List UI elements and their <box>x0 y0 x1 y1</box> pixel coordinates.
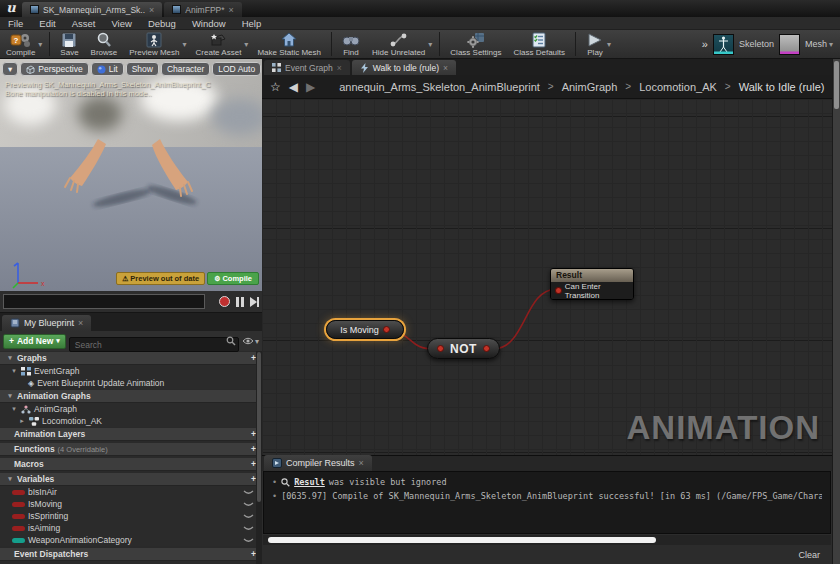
navigate-back-icon[interactable]: ◀ <box>289 80 298 94</box>
search-input[interactable] <box>69 337 239 352</box>
menu-window[interactable]: Window <box>184 17 234 30</box>
preview-viewport[interactable]: x ▾ Perspective Lit Show Character LO <box>0 59 262 291</box>
variables-section-header[interactable]: ▾ Variables + <box>0 473 262 486</box>
hide-unrelated-button[interactable]: Hide Unrelated <box>366 30 431 59</box>
tree-item-update-animation-event[interactable]: ◈ Event Blueprint Update Animation <box>0 377 262 389</box>
panel-grip-handle[interactable] <box>834 61 839 109</box>
tree-item-locomotion-ak[interactable]: ▸ Locomotion_AK <box>0 415 262 427</box>
mesh-thumbnail[interactable] <box>779 34 800 55</box>
close-icon[interactable]: × <box>78 318 83 328</box>
breadcrumb-locomotion[interactable]: Locomotion_AK <box>639 81 717 93</box>
not-node[interactable]: NOT <box>427 338 500 359</box>
class-settings-button[interactable]: Class Settings <box>444 30 507 59</box>
tree-item-eventgraph[interactable]: ▾ EventGraph <box>0 365 262 377</box>
variable-row-weaponanimationcategory[interactable]: WeaponAnimationCategory <box>0 534 262 546</box>
skeleton-thumbnail[interactable] <box>713 34 734 55</box>
scrollbar-thumb[interactable] <box>268 537 656 543</box>
play-dropdown-icon[interactable]: ▾ <box>607 40 614 49</box>
eye-closed-icon[interactable] <box>243 525 254 532</box>
pause-button[interactable] <box>236 297 244 307</box>
viewport-options-button[interactable]: ▾ <box>2 62 18 76</box>
step-forward-button[interactable] <box>250 297 259 307</box>
record-button[interactable] <box>219 296 230 307</box>
timeline-scrub-bar[interactable] <box>3 294 205 309</box>
animation-layers-section-header[interactable]: Animation Layers + <box>0 428 262 441</box>
eye-closed-icon[interactable] <box>243 501 254 508</box>
perspective-button[interactable]: Perspective <box>20 62 88 76</box>
compiler-results-tab[interactable]: Compiler Results × <box>264 455 372 471</box>
not-output-pin[interactable] <box>483 345 490 352</box>
character-menu-button[interactable]: Character <box>161 62 210 76</box>
play-button[interactable]: Play <box>580 30 610 59</box>
add-new-button[interactable]: + Add New ▾ <box>3 334 66 349</box>
can-enter-transition-pin[interactable] <box>555 287 562 294</box>
graph-canvas[interactable]: Result Can Enter Transition Is Moving NO… <box>262 99 832 455</box>
lit-mode-button[interactable]: Lit <box>91 62 124 76</box>
compiler-message-list[interactable]: • Result was visible but ignored • [0635… <box>263 471 831 534</box>
close-icon[interactable]: × <box>149 5 154 15</box>
close-icon[interactable]: × <box>229 5 234 15</box>
is-moving-node[interactable]: Is Moving <box>326 320 404 339</box>
macros-section-header[interactable]: Macros + <box>0 458 262 471</box>
overflow-chevrons-icon[interactable]: » <box>702 38 708 50</box>
graphs-section-header[interactable]: ▾ Graphs + <box>0 352 262 365</box>
event-dispatchers-section-header[interactable]: Event Dispatchers + <box>0 548 262 561</box>
navigate-forward-icon[interactable]: ▶ <box>306 80 315 94</box>
close-icon[interactable]: × <box>443 63 448 73</box>
create-asset-dropdown-icon[interactable]: ▾ <box>244 40 251 49</box>
is-moving-output-pin[interactable] <box>383 326 390 333</box>
compile-dropdown-icon[interactable]: ▾ <box>38 40 45 49</box>
tab-walk-to-idle-rule[interactable]: Walk to Idle (rule) × <box>352 60 456 75</box>
variable-row-isaiming[interactable]: isAiming <box>0 522 262 534</box>
preview-out-of-date-button[interactable]: ⚠ Preview out of date <box>116 272 205 285</box>
bookmark-star-icon[interactable]: ☆ <box>270 80 281 94</box>
menu-help[interactable]: Help <box>234 17 270 30</box>
my-blueprint-tab[interactable]: My Blueprint × <box>2 315 91 331</box>
class-defaults-button[interactable]: Class Defaults <box>507 30 571 59</box>
close-icon[interactable]: × <box>359 458 364 468</box>
breadcrumb-walk-to-idle[interactable]: Walk to Idle (rule) <box>739 81 825 93</box>
clear-button[interactable]: Clear <box>798 550 820 560</box>
variable-row-issprinting[interactable]: IsSprinting <box>0 510 262 522</box>
variable-row-ismoving[interactable]: IsMoving <box>0 498 262 510</box>
eye-closed-icon[interactable] <box>243 537 254 544</box>
result-node-link[interactable]: Result <box>294 475 325 489</box>
compiler-horizontal-scrollbar[interactable] <box>263 535 831 545</box>
preview-mesh-button[interactable]: Preview Mesh <box>123 30 185 59</box>
mesh-shortcut-label[interactable]: Mesh <box>805 39 827 49</box>
mesh-dropdown-icon[interactable]: ▾ <box>829 40 836 49</box>
collapsed-panel-strip[interactable] <box>832 59 840 564</box>
eye-closed-icon[interactable] <box>243 489 254 496</box>
compile-button[interactable]: ? Compile <box>0 30 41 59</box>
menu-debug[interactable]: Debug <box>140 17 184 30</box>
tab-event-graph[interactable]: Event Graph × <box>264 60 350 75</box>
hide-unrelated-dropdown-icon[interactable]: ▾ <box>428 40 435 49</box>
show-menu-button[interactable]: Show <box>126 62 159 76</box>
browse-button[interactable]: Browse <box>85 30 124 59</box>
menu-edit[interactable]: Edit <box>31 17 63 30</box>
viewport-compile-button[interactable]: ⚙ Compile <box>207 272 259 285</box>
tree-item-animgraph[interactable]: ▾ AnimGraph <box>0 403 262 415</box>
create-asset-button[interactable]: Create Asset <box>190 30 248 59</box>
variable-row-bisinair[interactable]: bIsInAir <box>0 486 262 498</box>
result-node[interactable]: Result Can Enter Transition <box>550 268 634 300</box>
find-button[interactable]: Find <box>336 30 366 59</box>
preview-mesh-dropdown-icon[interactable]: ▾ <box>183 40 190 49</box>
animation-graphs-section-header[interactable]: ▾ Animation Graphs <box>0 390 262 403</box>
breadcrumb-animgraph[interactable]: AnimGraph <box>562 81 618 93</box>
window-tab-animfpp[interactable]: AnimFPP* × <box>164 2 241 17</box>
menu-view[interactable]: View <box>103 17 139 30</box>
skeleton-shortcut-label[interactable]: Skeleton <box>739 39 774 49</box>
find-in-graph-icon[interactable] <box>281 478 290 487</box>
eye-closed-icon[interactable] <box>243 513 254 520</box>
functions-section-header[interactable]: Functions (4 Overridable) + <box>0 443 262 456</box>
save-button[interactable]: Save <box>54 30 84 59</box>
menu-file[interactable]: File <box>0 17 31 30</box>
lod-auto-button[interactable]: LOD Auto <box>212 62 261 76</box>
breadcrumb-animblueprint[interactable]: annequin_Arms_Skeleton_AnimBlueprint <box>339 81 540 93</box>
menu-asset[interactable]: Asset <box>64 17 104 30</box>
close-icon[interactable]: × <box>337 63 342 73</box>
window-tab-sk-mannequin[interactable]: SK_Mannequin_Arms_Sk.. × <box>22 2 162 17</box>
view-options-button[interactable]: ▾ <box>242 337 259 346</box>
make-static-mesh-button[interactable]: Make Static Mesh <box>251 30 327 59</box>
